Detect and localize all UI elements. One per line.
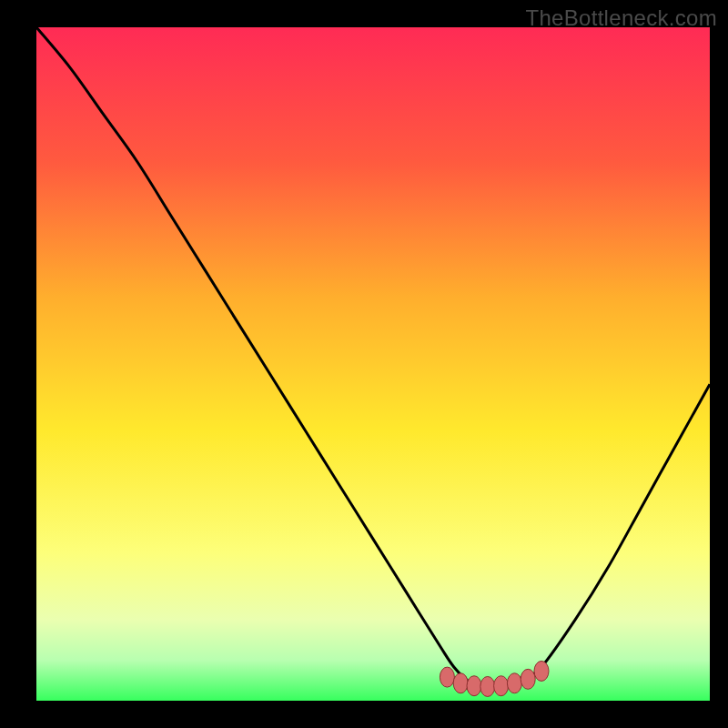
marker-dot (507, 673, 521, 693)
bottleneck-chart (0, 0, 728, 728)
marker-dot (480, 676, 495, 696)
watermark-text: TheBottleneck.com (525, 5, 717, 31)
marker-dot (521, 669, 535, 689)
marker-dot (467, 676, 481, 696)
marker-dot (440, 667, 454, 687)
marker-dot (534, 661, 549, 681)
plot-background (36, 27, 710, 701)
marker-dot (453, 673, 468, 693)
chart-frame: TheBottleneck.com (0, 0, 728, 728)
marker-dot (494, 676, 509, 696)
